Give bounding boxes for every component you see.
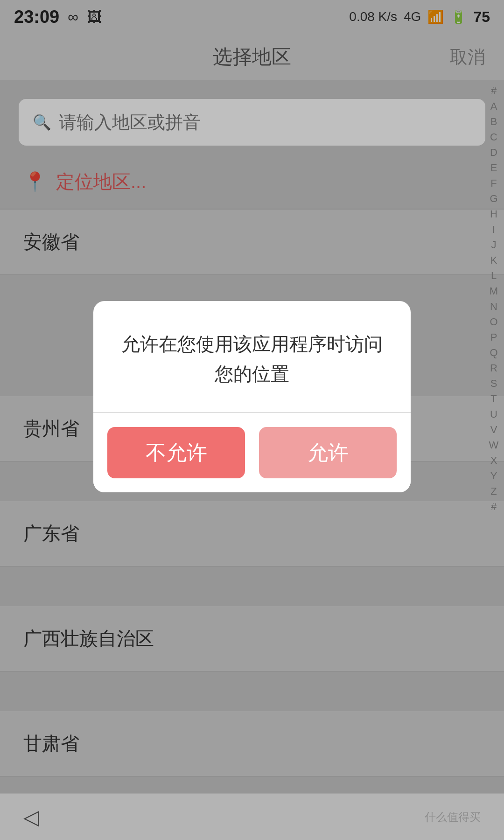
dialog-message: 允许在您使用该应用程序时访问您的位置 bbox=[93, 301, 411, 412]
permission-dialog: 允许在您使用该应用程序时访问您的位置 不允许 允许 bbox=[93, 301, 411, 492]
dialog-buttons: 不允许 允许 bbox=[93, 413, 411, 492]
dialog-overlay: 允许在您使用该应用程序时访问您的位置 不允许 允许 bbox=[0, 0, 504, 840]
allow-button[interactable]: 允许 bbox=[259, 427, 397, 478]
deny-button[interactable]: 不允许 bbox=[107, 427, 245, 478]
